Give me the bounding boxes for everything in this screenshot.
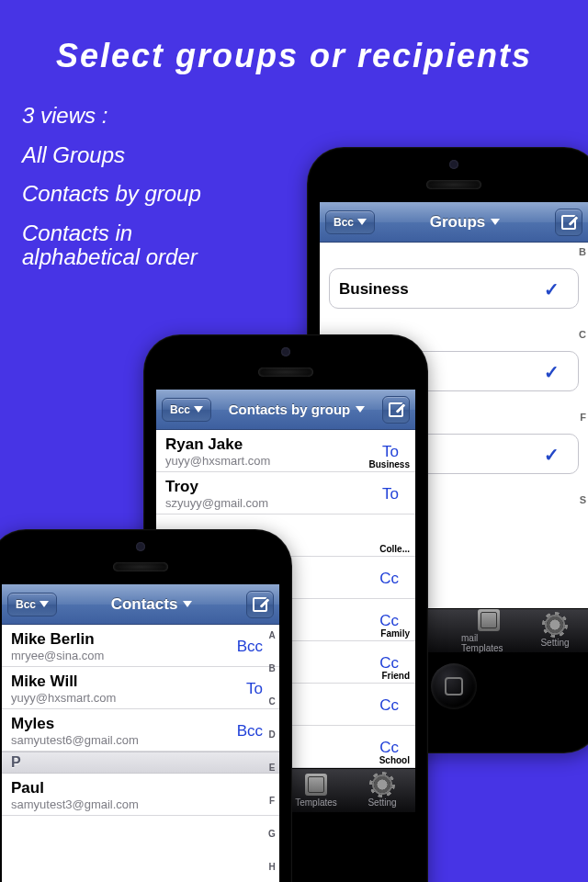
tab-setting[interactable]: Setting [355, 774, 410, 808]
index-letter: S [580, 494, 586, 505]
chevron-down-icon [40, 601, 49, 607]
navbar-title[interactable]: Contacts [111, 595, 193, 614]
bcc-dropdown-button[interactable]: Bcc [325, 210, 375, 234]
compose-icon [389, 402, 403, 417]
group-badge: Friend [381, 671, 410, 681]
phone-contacts: Bcc Contacts Mike Berlinmryee@sina.comBc… [0, 529, 292, 882]
recipient-tag[interactable]: Bcc [237, 638, 263, 656]
contact-row[interactable]: Paulsamyutest3@gmail.com [2, 774, 279, 816]
navbar-title-text: Contacts by group [229, 401, 351, 417]
compose-icon [561, 215, 576, 230]
compose-button[interactable] [382, 396, 410, 424]
contact-email: samyutest3@gmail.com [11, 797, 270, 811]
tab-label: Templates [295, 797, 337, 808]
contact-row[interactable]: Troyszyuyy@gmail.comTo [156, 472, 415, 514]
phone-bezel-top [143, 334, 428, 390]
templates-icon [478, 609, 500, 631]
recipient-tag[interactable]: To [246, 680, 263, 698]
group-badge: Business [369, 459, 410, 469]
chevron-down-icon [183, 601, 192, 607]
check-icon: ✓ [544, 278, 560, 300]
contact-email: samyutest6@gmail.com [11, 733, 237, 747]
screen: Bcc Contacts Mike Berlinmryee@sina.comBc… [2, 584, 279, 882]
contact-name: Troy [165, 478, 382, 496]
bcc-label: Bcc [334, 216, 354, 229]
tab-templates[interactable]: Templates [288, 774, 344, 808]
tab-label: Setting [540, 638, 569, 648]
tab-templates[interactable]: mail Templates [461, 609, 516, 653]
group-row[interactable]: Business ✓ [329, 268, 579, 309]
navbar-title-text: Contacts [111, 595, 178, 614]
chevron-down-icon [357, 219, 367, 225]
bcc-label: Bcc [170, 403, 190, 416]
contact-name: Ryan Jake [165, 435, 382, 454]
contacts-list[interactable]: Mike Berlinmryee@sina.comBccMike Willyuy… [2, 625, 279, 882]
compose-icon [253, 597, 267, 612]
index-letter: B [579, 246, 586, 257]
contact-name: Myles [11, 715, 237, 733]
index-letter: C [579, 329, 586, 340]
gear-icon [371, 774, 393, 796]
contact-row[interactable]: Mylessamyutest6@gmail.comBcc [2, 709, 279, 752]
promo-subtitle: 3 views : [0, 103, 588, 129]
recipient-tag[interactable]: To [382, 485, 399, 503]
speaker-icon [426, 180, 481, 189]
chevron-down-icon [491, 219, 500, 225]
contact-row[interactable]: Mike Berlinmryee@sina.comBcc [2, 625, 279, 667]
chevron-down-icon [194, 406, 203, 413]
section-header: P [2, 752, 279, 774]
chevron-down-icon [356, 406, 365, 413]
bcc-dropdown-button[interactable]: Bcc [162, 398, 211, 422]
contact-email: szyuyy@gmail.com [165, 496, 382, 510]
contact-name: Mike Will [11, 673, 246, 691]
recipient-tag[interactable]: Cc [379, 654, 399, 673]
camera-icon [281, 347, 290, 356]
contact-name: Mike Berlin [11, 630, 237, 649]
navbar: Bcc Groups [320, 202, 588, 243]
group-badge: Colle... [379, 544, 410, 554]
compose-button[interactable] [246, 591, 274, 618]
speaker-icon [258, 368, 313, 377]
navbar-title[interactable]: Groups [430, 213, 500, 232]
tab-label: Setting [368, 797, 396, 808]
navbar: Bcc Contacts [2, 584, 279, 625]
tab-setting[interactable]: Setting [527, 614, 582, 648]
navbar: Bcc Contacts by group [156, 390, 415, 430]
bcc-dropdown-button[interactable]: Bcc [7, 593, 57, 616]
camera-icon [136, 542, 145, 551]
promo-title: Select groups or recipients [0, 0, 588, 75]
bcc-label: Bcc [16, 598, 36, 611]
contact-email: mryee@sina.com [11, 649, 237, 662]
navbar-title-text: Groups [430, 213, 485, 232]
group-label: Business [339, 280, 409, 299]
group-badge: Family [380, 628, 410, 639]
recipient-tag[interactable]: Cc [379, 570, 399, 588]
check-icon: ✓ [544, 444, 560, 466]
contact-row[interactable]: Ryan Jakeyuyy@hxsmart.comToBusiness [156, 430, 415, 472]
phone-bezel-top [307, 147, 588, 202]
recipient-tag[interactable]: Cc [379, 612, 399, 630]
recipient-tag[interactable]: Cc [379, 696, 399, 715]
contact-name: Paul [11, 779, 270, 797]
navbar-title[interactable]: Contacts by group [229, 401, 366, 417]
contact-email: yuyy@hxsmart.com [165, 454, 382, 468]
phone-bezel-top [0, 529, 292, 584]
group-badge: School [379, 755, 410, 765]
contact-row[interactable]: Mike Willyuyy@hxsmart.comTo [2, 667, 279, 709]
index-letter: F [580, 412, 586, 423]
compose-button[interactable] [555, 209, 582, 236]
home-button[interactable] [431, 663, 477, 709]
contact-email: yuyy@hxsmart.com [11, 691, 246, 705]
camera-icon [449, 160, 458, 169]
tab-label: mail Templates [461, 633, 516, 653]
check-icon: ✓ [544, 361, 560, 383]
recipient-tag[interactable]: Bcc [237, 722, 263, 741]
recipient-tag[interactable]: To [382, 443, 399, 461]
recipient-tag[interactable]: Cc [379, 739, 399, 757]
templates-icon [305, 774, 327, 796]
gear-icon [544, 614, 566, 636]
speaker-icon [113, 562, 168, 571]
